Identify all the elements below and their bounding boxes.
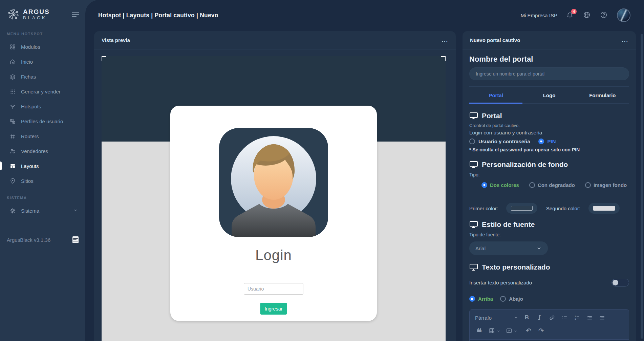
chevron-down-icon[interactable] xyxy=(496,328,500,333)
hecho-en-mexico-badge-icon xyxy=(72,236,79,243)
blockquote-icon[interactable]: ❝ xyxy=(475,327,483,334)
custom-text-toggle-row: Insertar texto personalizado xyxy=(469,279,629,286)
app-version: ArgusBlack v3.1.36 xyxy=(7,237,50,243)
portal-login-card: Login Ingresar xyxy=(170,106,377,321)
chevron-down-icon xyxy=(514,315,518,320)
sidebar-item-label: Sistema xyxy=(21,208,39,214)
scrollbar[interactable] xyxy=(641,34,643,339)
sidebar-item-fichas[interactable]: Fichas xyxy=(0,69,85,84)
sidebar-item-inicio[interactable]: Inicio xyxy=(0,54,85,69)
radio-usuario-contrasena[interactable] xyxy=(469,138,475,144)
radio-pin-label[interactable]: PIN xyxy=(548,138,556,144)
radio-imagen-fondo-label[interactable]: Imagen fondo xyxy=(594,182,627,188)
sidebar-items: Modulos Inicio Fichas Generar y vender H… xyxy=(0,39,85,188)
sidebar-item-layouts[interactable]: Layouts xyxy=(0,158,85,173)
language-globe-icon[interactable] xyxy=(583,11,591,19)
monitor-icon xyxy=(469,161,478,169)
sidebar-item-perfiles-de-usuario[interactable]: Perfiles de usuario xyxy=(0,114,85,129)
table-icon[interactable] xyxy=(488,327,496,334)
numbered-list-icon[interactable]: 12 xyxy=(573,314,581,321)
sidebar-item-hotspots[interactable]: Hotspots xyxy=(0,99,85,114)
settings-panel-body: Nombre del portal Portal Logo Formulario… xyxy=(463,55,636,341)
frame-corner-top-right xyxy=(441,56,446,61)
first-color-picker[interactable] xyxy=(506,203,537,214)
monitor-icon xyxy=(469,263,478,271)
user-avatar[interactable] xyxy=(617,8,630,22)
rich-text-editor: Párrafo B I 12 xyxy=(469,309,629,341)
svg-text:2: 2 xyxy=(575,318,576,320)
radio-pin[interactable] xyxy=(538,138,544,144)
radio-abajo-label[interactable]: Abajo xyxy=(509,296,523,302)
preview-panel-title: Vista previa xyxy=(102,37,130,43)
sidebar-section-sistema: SISTEMA xyxy=(0,196,85,200)
link-icon[interactable] xyxy=(548,314,556,321)
radio-con-degradado-label[interactable]: Con degradado xyxy=(538,182,575,188)
radio-abajo[interactable] xyxy=(500,296,506,302)
login-username-input[interactable] xyxy=(244,283,303,295)
chevron-down-icon xyxy=(73,208,78,214)
text-position-radio-group: Arriba Abajo xyxy=(469,296,629,302)
portal-control-caption: Crontrol de portal cautivo. xyxy=(469,123,629,128)
portal-section-title: Portal xyxy=(482,112,502,120)
user-profile-icon xyxy=(9,118,16,125)
insert-media-icon[interactable] xyxy=(505,327,513,334)
breadcrumb: Hotspot | Layouts | Portal cautivo | Nue… xyxy=(98,12,218,19)
sidebar-item-modulos[interactable]: Modulos xyxy=(0,39,85,54)
help-icon[interactable] xyxy=(600,11,608,19)
chevron-down-icon xyxy=(536,246,542,251)
portal-name-input[interactable] xyxy=(469,67,629,80)
font-section-heading: Estilo de fuente xyxy=(469,220,629,229)
chevron-down-icon[interactable] xyxy=(514,328,518,333)
paragraph-style-dropdown[interactable]: Párrafo xyxy=(475,315,518,321)
font-family-selected-value: Arial xyxy=(475,246,486,251)
tab-portal[interactable]: Portal xyxy=(469,87,522,104)
radio-dos-colores-label[interactable]: Dos colores xyxy=(490,182,519,188)
bold-button[interactable]: B xyxy=(523,314,531,321)
notifications-bell-icon[interactable]: 4 xyxy=(566,11,574,19)
custom-text-section-heading: Texto personalizado xyxy=(469,263,629,271)
notification-count-badge: 4 xyxy=(571,9,577,14)
sidebar-item-label: Vendedores xyxy=(21,148,48,154)
sidebar-item-sitios[interactable]: Sitios xyxy=(0,173,85,188)
login-submit-button[interactable]: Ingresar xyxy=(260,303,287,315)
editor-content-area[interactable] xyxy=(470,339,629,341)
custom-text-toggle[interactable] xyxy=(611,279,629,286)
sidebar-collapse-icon[interactable] xyxy=(70,9,81,19)
sidebar-item-label: Generar y vender xyxy=(21,89,61,94)
portal-section-heading: Portal xyxy=(469,112,629,120)
radio-usuario-contrasena-label[interactable]: Usuario y contraseña xyxy=(478,138,530,144)
login-avatar-image xyxy=(219,128,328,237)
radio-con-degradado[interactable] xyxy=(529,182,535,188)
sidebar-item-routers[interactable]: Routers xyxy=(0,129,85,144)
radio-arriba[interactable] xyxy=(469,296,475,302)
redo-icon[interactable]: ↷ xyxy=(537,327,545,334)
radio-dos-colores[interactable] xyxy=(481,182,487,188)
dots-grid-icon xyxy=(9,88,16,95)
toggle-knob xyxy=(613,280,618,285)
editor-toolbar-row-2: ❝ ↶ ↷ xyxy=(470,321,629,339)
top-bar: Hotspot | Layouts | Portal cautivo | Nue… xyxy=(85,0,644,30)
italic-button[interactable]: I xyxy=(535,314,543,321)
font-type-label: Tipo de fuente: xyxy=(469,232,629,237)
frame-corner-top-left xyxy=(102,56,106,61)
sidebar-item-generar-y-vender[interactable]: Generar y vender xyxy=(0,84,85,99)
sidebar-item-vendedores[interactable]: Vendedores xyxy=(0,144,85,158)
indent-icon[interactable] xyxy=(598,314,606,321)
radio-imagen-fondo[interactable] xyxy=(585,182,591,188)
settings-panel-header: Nuevo portal cautivo ... xyxy=(463,31,636,49)
version-row: ArgusBlack v3.1.36 xyxy=(7,236,79,243)
paragraph-style-value: Párrafo xyxy=(475,315,492,321)
second-color-picker[interactable] xyxy=(588,203,620,214)
sidebar: ARGUS BLACK MENU HOTSPOT Modulos Inicio … xyxy=(0,0,85,341)
outdent-icon[interactable] xyxy=(585,314,594,321)
wifi-icon xyxy=(9,103,16,110)
sidebar-item-sistema[interactable]: Sistema xyxy=(0,203,85,218)
radio-arriba-label[interactable]: Arriba xyxy=(478,296,493,302)
tab-logo[interactable]: Logo xyxy=(522,87,576,104)
bullet-list-icon[interactable] xyxy=(560,314,568,321)
font-family-select[interactable]: Arial xyxy=(469,241,548,255)
background-type-label: Tipo: xyxy=(469,172,629,177)
tab-formulario[interactable]: Formulario xyxy=(576,87,629,104)
settings-panel-title: Nuevo portal cautivo xyxy=(470,37,520,43)
undo-icon[interactable]: ↶ xyxy=(524,327,533,334)
